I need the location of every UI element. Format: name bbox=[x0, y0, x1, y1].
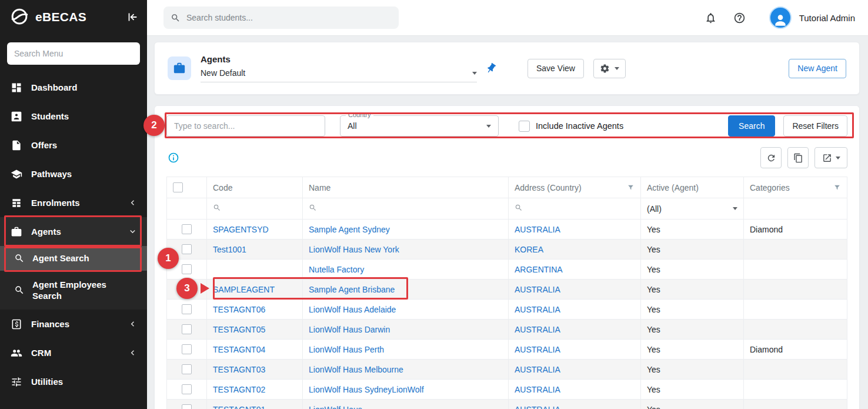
agent-country-link[interactable]: AUSTRALIA bbox=[515, 365, 560, 374]
sidebar-item-agents[interactable]: Agents bbox=[0, 217, 147, 246]
pin-view-icon[interactable] bbox=[483, 60, 499, 77]
cell-active: Yes bbox=[641, 400, 744, 409]
agent-country-link[interactable]: KOREA bbox=[515, 245, 543, 254]
sidebar-item-agent-search[interactable]: Agent Search bbox=[0, 246, 147, 271]
include-inactive-toggle[interactable]: Include Inactive Agents bbox=[519, 121, 623, 132]
column-header[interactable]: Address (Country) bbox=[509, 177, 641, 198]
agent-code-link[interactable]: TESTAGNT05 bbox=[213, 325, 265, 334]
agent-name-link[interactable]: Sample Agent Sydney bbox=[309, 225, 390, 234]
sidebar-item-label: Students bbox=[31, 111, 69, 122]
student-search-box[interactable] bbox=[163, 6, 399, 29]
sidebar-item-dashboard[interactable]: Dashboard bbox=[0, 73, 147, 102]
agent-name-link[interactable]: LionWolf Haus Darwin bbox=[309, 325, 390, 334]
cell-code: TESTAGNT01 bbox=[207, 400, 303, 409]
column-filter-select[interactable]: (All) bbox=[641, 198, 744, 220]
sidebar-item-students[interactable]: Students bbox=[0, 102, 147, 131]
chevron-left-icon bbox=[128, 348, 138, 358]
filter-select-value: (All) bbox=[647, 204, 662, 214]
topbar-right: Tutorial Admin bbox=[705, 6, 868, 29]
row-checkbox[interactable] bbox=[182, 384, 192, 394]
filter-funnel-icon[interactable] bbox=[833, 184, 841, 191]
agent-code-link[interactable]: SPAGENTSYD bbox=[213, 225, 269, 234]
agent-code-link[interactable]: TESTAGNT01 bbox=[213, 405, 265, 409]
agent-country-link[interactable]: ARGENTINA bbox=[515, 265, 563, 274]
student-search-input[interactable] bbox=[186, 13, 392, 22]
agent-code-link[interactable]: SAMPLEAGENT bbox=[213, 285, 275, 294]
user-avatar[interactable] bbox=[769, 6, 792, 29]
column-filter-cell[interactable] bbox=[303, 198, 509, 220]
cell-country: AUSTRALIA bbox=[509, 380, 641, 400]
country-filter-select[interactable]: Country All bbox=[340, 115, 499, 137]
row-checkbox[interactable] bbox=[182, 404, 192, 409]
chevron-left-icon bbox=[128, 198, 138, 208]
cell-categories bbox=[744, 280, 847, 300]
column-header[interactable]: Name bbox=[303, 177, 509, 198]
column-header[interactable]: Code bbox=[207, 177, 303, 198]
agent-name-link[interactable]: Nutella Factory bbox=[309, 265, 364, 274]
agent-country-link[interactable]: AUSTRALIA bbox=[515, 405, 560, 409]
agent-name-link[interactable]: Sample Agent Brisbane bbox=[309, 285, 395, 294]
copy-button[interactable] bbox=[787, 147, 809, 168]
row-checkbox[interactable] bbox=[182, 344, 192, 354]
agent-name-link[interactable]: LionWolf Haus Melbourne bbox=[309, 365, 403, 374]
sidebar-item-label: Agent Search bbox=[32, 252, 89, 264]
reset-filters-button[interactable]: Reset Filters bbox=[783, 115, 847, 137]
select-all-checkbox[interactable] bbox=[173, 182, 183, 192]
search-button[interactable]: Search bbox=[728, 115, 775, 137]
row-checkbox[interactable] bbox=[182, 224, 192, 234]
new-agent-button[interactable]: New Agent bbox=[789, 59, 846, 78]
menu-search-input[interactable] bbox=[7, 42, 140, 65]
sidebar-item-utilities[interactable]: Utilities bbox=[0, 367, 147, 396]
enrolments-icon bbox=[11, 197, 22, 209]
row-checkbox[interactable] bbox=[182, 244, 192, 254]
grid-search-input[interactable] bbox=[166, 115, 325, 137]
row-checkbox[interactable] bbox=[182, 264, 192, 274]
sidebar-item-enrolments[interactable]: Enrolments bbox=[0, 188, 147, 217]
filter-funnel-icon[interactable] bbox=[627, 184, 635, 191]
agent-code-link[interactable]: TESTAGNT02 bbox=[213, 385, 265, 394]
agent-name-link[interactable]: LionWolf Haus bbox=[309, 405, 362, 409]
sidebar-collapse-icon[interactable] bbox=[126, 11, 139, 24]
column-header[interactable]: Categories bbox=[744, 177, 847, 198]
cell-code bbox=[207, 260, 303, 280]
agent-code-link[interactable]: TESTAGNT06 bbox=[213, 305, 265, 314]
view-select-dropdown[interactable]: New Default bbox=[201, 68, 477, 82]
agent-name-link[interactable]: LionWolf Haus New York bbox=[309, 245, 399, 254]
info-icon[interactable] bbox=[168, 152, 179, 164]
save-view-button[interactable]: Save View bbox=[528, 59, 584, 78]
sidebar-item-crm[interactable]: CRM bbox=[0, 338, 147, 367]
agent-country-link[interactable]: AUSTRALIA bbox=[515, 285, 560, 294]
agent-country-link[interactable]: AUSTRALIA bbox=[515, 385, 560, 394]
agent-country-link[interactable]: AUSTRALIA bbox=[515, 305, 560, 314]
export-button[interactable] bbox=[814, 147, 847, 168]
agent-country-link[interactable]: AUSTRALIA bbox=[515, 345, 560, 354]
agent-code-link[interactable]: TESTAGNT03 bbox=[213, 365, 265, 374]
row-checkbox[interactable] bbox=[182, 364, 192, 374]
row-checkbox[interactable] bbox=[182, 324, 192, 334]
sidebar-item-pathways[interactable]: Pathways bbox=[0, 159, 147, 188]
agent-name-link[interactable]: LionWolf Haus SydneyLionWolf bbox=[309, 385, 424, 394]
include-inactive-checkbox[interactable] bbox=[519, 121, 530, 132]
help-icon[interactable] bbox=[733, 12, 746, 24]
agent-country-link[interactable]: AUSTRALIA bbox=[515, 325, 560, 334]
cell-active: Yes bbox=[641, 240, 744, 260]
user-name: Tutorial Admin bbox=[799, 13, 855, 23]
column-filter-cell[interactable] bbox=[509, 198, 641, 220]
notifications-bell-icon[interactable] bbox=[705, 12, 717, 24]
view-settings-button[interactable] bbox=[593, 59, 626, 78]
agent-code-link[interactable]: Test1001 bbox=[213, 245, 246, 254]
agent-country-link[interactable]: AUSTRALIA bbox=[515, 225, 560, 234]
pathways-icon bbox=[11, 168, 22, 180]
column-filter-cell[interactable] bbox=[207, 198, 303, 220]
row-select-cell bbox=[167, 220, 207, 240]
sidebar-item-offers[interactable]: Offers bbox=[0, 131, 147, 159]
refresh-button[interactable] bbox=[760, 147, 782, 168]
row-checkbox[interactable] bbox=[182, 304, 192, 314]
agent-code-link[interactable]: TESTAGNT04 bbox=[213, 345, 265, 354]
cell-country: AUSTRALIA bbox=[509, 220, 641, 240]
sidebar-item-finances[interactable]: Finances bbox=[0, 310, 147, 338]
agent-name-link[interactable]: LionWolf Haus Adelaide bbox=[309, 305, 396, 314]
sidebar-item-agent-employees-search[interactable]: Agent Employees Search bbox=[0, 271, 147, 310]
column-header[interactable]: Active (Agent) bbox=[641, 177, 744, 198]
agent-name-link[interactable]: LionWolf Haus Perth bbox=[309, 345, 384, 354]
